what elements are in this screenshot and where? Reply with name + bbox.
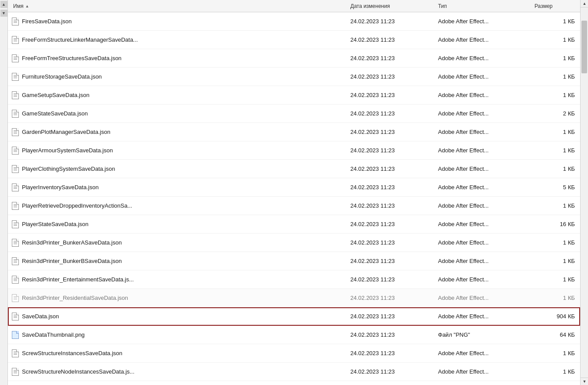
json-file-icon bbox=[11, 73, 19, 81]
table-row[interactable]: GameStateSaveData.json 24.02.2023 11:23 … bbox=[8, 104, 580, 123]
json-file-icon bbox=[11, 313, 19, 320]
table-row[interactable]: FurnitureStorageSaveData.json 24.02.2023… bbox=[8, 68, 580, 86]
file-type: Adobe After Effect... bbox=[436, 313, 533, 320]
file-date: 24.02.2023 11:23 bbox=[349, 129, 436, 135]
file-name: FreeFormTreeStructuresSaveData.json bbox=[22, 55, 121, 61]
table-row[interactable]: PlayerClothingSystemSaveData.json 24.02.… bbox=[8, 160, 580, 178]
table-row[interactable]: SaveData.json 24.02.2023 11:23 Adobe Aft… bbox=[8, 307, 580, 326]
file-name-cell: GardenPlotManagerSaveData.json bbox=[11, 128, 349, 136]
table-row[interactable]: Resin3dPrinter_EntertainmentSaveData.js.… bbox=[8, 270, 580, 289]
file-type: Adobe After Effect... bbox=[436, 184, 533, 191]
file-date: 24.02.2023 11:23 bbox=[349, 276, 436, 283]
scroll-track[interactable] bbox=[581, 7, 588, 378]
file-type: Adobe After Effect... bbox=[436, 147, 533, 154]
table-row[interactable]: Resin3dPrinter_BunkerASaveData.json 24.0… bbox=[8, 234, 580, 252]
file-size: 16 КБ bbox=[533, 221, 577, 227]
file-date: 24.02.2023 11:23 bbox=[349, 202, 436, 209]
table-row[interactable]: PlayerRetrieveDroppedInventoryActionSa..… bbox=[8, 197, 580, 215]
file-size: 904 КБ bbox=[533, 313, 577, 320]
file-type: Adobe After Effect... bbox=[436, 221, 533, 227]
file-date: 24.02.2023 11:23 bbox=[349, 110, 436, 117]
file-size: 1 КБ bbox=[533, 129, 577, 135]
scroll-down-button[interactable]: ▼ bbox=[581, 378, 588, 385]
file-name: FiresSaveData.json bbox=[22, 18, 71, 25]
file-name: Resin3dPrinter_EntertainmentSaveData.js.… bbox=[22, 276, 134, 283]
table-row[interactable]: FreeFormStructureLinkerManagerSaveData..… bbox=[8, 31, 580, 49]
file-name-cell: Resin3dPrinter_BunkerBSaveData.json bbox=[11, 257, 349, 265]
file-date: 24.02.2023 11:23 bbox=[349, 36, 436, 43]
file-name: Resin3dPrinter_BunkerASaveData.json bbox=[22, 239, 122, 246]
column-header-type[interactable]: Тип bbox=[436, 3, 533, 9]
file-explorer: ▲ ▼ Имя ▲ Дата изменения Тип Размер bbox=[0, 0, 588, 385]
file-size: 1 КБ bbox=[533, 295, 577, 301]
file-type: Adobe After Effect... bbox=[436, 129, 533, 135]
json-file-icon bbox=[11, 128, 19, 136]
file-date: 24.02.2023 11:23 bbox=[349, 350, 436, 356]
scroll-up-arrow[interactable]: ▲ bbox=[0, 1, 7, 8]
file-list-container: Имя ▲ Дата изменения Тип Размер bbox=[8, 0, 580, 385]
file-type: Adobe After Effect... bbox=[436, 295, 533, 301]
png-file-icon bbox=[11, 331, 19, 339]
file-size: 1 КБ bbox=[533, 36, 577, 43]
sort-icon: ▲ bbox=[25, 4, 29, 8]
file-size: 1 КБ bbox=[533, 350, 577, 356]
file-date: 24.02.2023 11:23 bbox=[349, 258, 436, 264]
file-size: 1 КБ bbox=[533, 92, 577, 98]
file-size: 1 КБ bbox=[533, 147, 577, 154]
column-headers: Имя ▲ Дата изменения Тип Размер bbox=[8, 0, 580, 12]
file-name-cell: Resin3dPrinter_BunkerASaveData.json bbox=[11, 239, 349, 247]
file-size: 64 КБ bbox=[533, 331, 577, 338]
right-scroll-bar[interactable]: ▲ ▼ bbox=[580, 0, 588, 385]
file-date: 24.02.2023 11:23 bbox=[349, 184, 436, 191]
file-size: 5 КБ bbox=[533, 184, 577, 191]
table-row[interactable]: FreeFormTreeStructuresSaveData.json 24.0… bbox=[8, 49, 580, 68]
table-row[interactable]: FiresSaveData.json 24.02.2023 11:23 Adob… bbox=[8, 12, 580, 31]
file-date: 24.02.2023 11:23 bbox=[349, 73, 436, 80]
file-size: 2 КБ bbox=[533, 110, 577, 117]
file-date: 24.02.2023 11:23 bbox=[349, 368, 436, 375]
column-header-name[interactable]: Имя ▲ bbox=[11, 3, 349, 9]
table-row[interactable]: GardenPlotManagerSaveData.json 24.02.202… bbox=[8, 123, 580, 141]
file-type: Adobe After Effect... bbox=[436, 258, 533, 264]
file-name: PlayerRetrieveDroppedInventoryActionSa..… bbox=[22, 202, 132, 209]
scroll-thumb[interactable] bbox=[581, 21, 587, 73]
main-content: ▲ ▼ Имя ▲ Дата изменения Тип Размер bbox=[0, 0, 588, 385]
table-row[interactable]: SaveDataThumbnail.png 24.02.2023 11:23 Ф… bbox=[8, 326, 580, 344]
json-file-icon bbox=[11, 147, 19, 155]
table-row[interactable]: GameSetupSaveData.json 24.02.2023 11:23 … bbox=[8, 86, 580, 104]
file-name-cell: FreeFormTreeStructuresSaveData.json bbox=[11, 54, 349, 62]
file-name-cell: PlayerStateSaveData.json bbox=[11, 220, 349, 228]
json-file-icon bbox=[11, 110, 19, 118]
scroll-down-arrow[interactable]: ▼ bbox=[0, 10, 7, 17]
file-date: 24.02.2023 11:23 bbox=[349, 295, 436, 301]
file-type: Adobe After Effect... bbox=[436, 368, 533, 375]
file-rows: FiresSaveData.json 24.02.2023 11:23 Adob… bbox=[8, 12, 580, 385]
file-name-cell: SaveDataThumbnail.png bbox=[11, 331, 349, 339]
scroll-up-button[interactable]: ▲ bbox=[581, 0, 588, 7]
file-size: 1 КБ bbox=[533, 239, 577, 246]
file-name-cell: PlayerRetrieveDroppedInventoryActionSa..… bbox=[11, 202, 349, 210]
table-row[interactable]: Resin3dPrinter_BunkerBSaveData.json 24.0… bbox=[8, 252, 580, 270]
file-size: 1 КБ bbox=[533, 73, 577, 80]
file-name-cell: GameSetupSaveData.json bbox=[11, 91, 349, 99]
column-header-size[interactable]: Размер bbox=[533, 3, 577, 9]
json-file-icon bbox=[11, 184, 19, 191]
table-row[interactable]: PlayerArmourSystemSaveData.json 24.02.20… bbox=[8, 141, 580, 160]
file-name-cell: PlayerInventorySaveData.json bbox=[11, 184, 349, 191]
table-row[interactable]: ScrewStructureInstancesSaveData.json 24.… bbox=[8, 344, 580, 363]
file-date: 24.02.2023 11:23 bbox=[349, 239, 436, 246]
table-row[interactable]: ScrewStructureNodeInstancesSaveData.js..… bbox=[8, 363, 580, 381]
file-size: 1 КБ bbox=[533, 202, 577, 209]
table-row[interactable]: Resin3dPrinter_ResidentialSaveData.json … bbox=[8, 289, 580, 307]
table-row[interactable]: PlayerStateSaveData.json 24.02.2023 11:2… bbox=[8, 215, 580, 234]
column-name-label: Имя bbox=[13, 3, 23, 9]
table-row[interactable]: PlayerInventorySaveData.json 24.02.2023 … bbox=[8, 178, 580, 197]
file-type: Adobe After Effect... bbox=[436, 202, 533, 209]
file-date: 24.02.2023 11:23 bbox=[349, 92, 436, 98]
json-file-icon bbox=[11, 91, 19, 99]
json-file-icon bbox=[11, 202, 19, 210]
file-type: Adobe After Effect... bbox=[436, 55, 533, 61]
file-name: PlayerInventorySaveData.json bbox=[22, 184, 99, 191]
file-type: Adobe After Effect... bbox=[436, 350, 533, 356]
column-header-date[interactable]: Дата изменения bbox=[349, 3, 436, 9]
